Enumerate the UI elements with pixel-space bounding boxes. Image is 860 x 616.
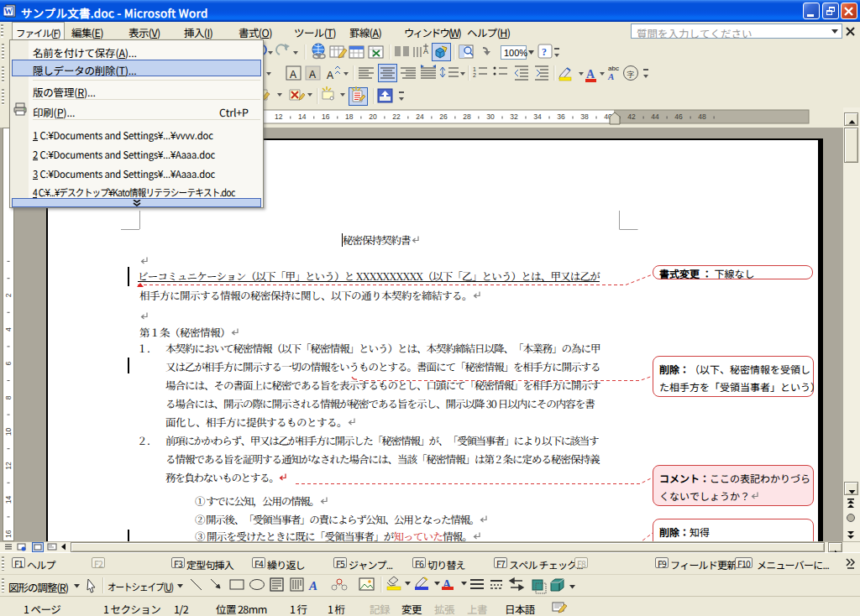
svg-text:?: ? [542, 46, 547, 58]
svg-text:字: 字 [627, 70, 635, 79]
svg-text:48: 48 [698, 112, 706, 121]
svg-text:24: 24 [416, 112, 424, 121]
svg-text:16: 16 [322, 112, 330, 121]
svg-text:18: 18 [345, 112, 354, 121]
svg-text:A: A [308, 579, 317, 593]
svg-text:A: A [327, 70, 333, 81]
svg-text:34: 34 [533, 112, 542, 121]
svg-text:22: 22 [392, 112, 401, 121]
svg-text:A: A [290, 69, 296, 81]
svg-text:W: W [4, 7, 13, 16]
svg-text:A: A [607, 71, 614, 81]
svg-text:42: 42 [627, 112, 636, 121]
svg-text:28: 28 [463, 112, 471, 121]
svg-text:12: 12 [275, 112, 283, 121]
svg-text:38: 38 [580, 112, 589, 121]
svg-text:14: 14 [298, 112, 307, 121]
svg-text:A: A [586, 68, 595, 81]
svg-text:100%: 100% [504, 48, 527, 58]
svg-text:32: 32 [510, 112, 518, 121]
svg-text:46: 46 [674, 112, 683, 121]
svg-text:2: 2 [473, 72, 476, 78]
svg-text:20: 20 [369, 112, 377, 121]
svg-text:1: 1 [473, 66, 476, 72]
svg-text:36: 36 [557, 112, 565, 121]
svg-text:30: 30 [486, 112, 495, 121]
svg-text:44: 44 [651, 112, 659, 121]
svg-text:A: A [309, 69, 316, 81]
svg-text:26: 26 [439, 112, 448, 121]
